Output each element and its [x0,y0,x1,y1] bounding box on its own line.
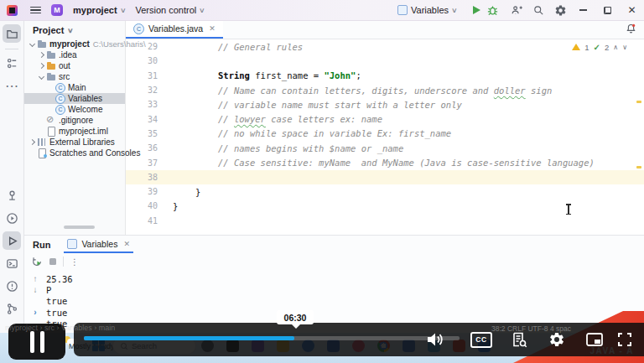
restore-button[interactable] [595,0,620,20]
code-text: // General rules [218,42,303,52]
chevron-open-icon[interactable] [29,40,36,48]
tree-item--gitignore[interactable]: .gitignore [24,115,125,126]
editor-tab-variables[interactable]: C Variables.java ✕ [126,20,223,39]
transcript-icon[interactable] [507,330,531,349]
code-line-30[interactable]: 30 [126,54,644,68]
line-number: 29 [126,42,168,51]
tree-item-label: Main [68,83,86,92]
close-tab-icon[interactable]: ✕ [123,240,130,248]
code-text: } [173,201,178,211]
captions-icon[interactable]: CC [470,330,493,349]
project-hscrollbar[interactable] [64,226,95,229]
terminal-tool-icon[interactable] [3,254,21,272]
chevron-down-icon: ∨ [451,7,458,14]
run-config-label: Variables [411,5,449,15]
search-icon[interactable] [527,0,549,20]
folder-icon [46,72,56,81]
chevron-closed-icon[interactable] [38,62,45,70]
settings-gear-icon[interactable] [545,330,569,349]
project-badge-icon: M [51,4,63,16]
tree-item--idea[interactable]: .idea [24,49,125,60]
tree-item-label: .idea [59,50,77,60]
code-line-37[interactable]: 37// Case sensitive: myName and MyName (… [126,155,644,169]
line-number: 34 [126,115,168,124]
inspection-widget[interactable]: 1 ✓ 2 ∧ ∨ [572,43,627,52]
project-widget-label: myproject [73,5,117,15]
code-line-34[interactable]: 34// lowyer case letters ex: name [126,111,644,126]
run-config-selector[interactable]: Variables ∨ [392,2,462,18]
notifications-bell-icon[interactable] [625,23,637,35]
code-line-40[interactable]: 40} [126,199,644,213]
run-config-icon [397,5,408,15]
chevron-open-icon[interactable] [38,73,45,80]
code-with-me-icon[interactable] [506,0,527,20]
project-widget[interactable]: myproject ∨ [68,2,130,18]
vcs-widget-label: Version control [135,5,196,15]
line-number: 31 [126,71,168,80]
chevron-down-icon: ∨ [67,27,74,34]
vcs-widget[interactable]: Version control ∨ [130,2,210,18]
version-control-tool-icon[interactable] [3,299,21,318]
minimize-button[interactable] [571,0,595,20]
code-line-33[interactable]: 33// variable name must start with a let… [126,97,644,111]
video-progress-track[interactable] [84,336,460,340]
debug-button[interactable] [486,4,499,17]
run-tool-icon[interactable] [3,231,21,250]
tree-item-myproject-iml[interactable]: myproject.iml [24,126,125,137]
run-tab-variables[interactable]: Variables ✕ [64,239,133,253]
tree-item-myproject[interactable]: myprojectC:\Users\haris\ [24,39,125,49]
chevron-closed-icon[interactable] [29,138,36,146]
settings-gear-icon[interactable] [549,0,571,20]
folder-icon [37,39,47,49]
fullscreen-icon[interactable] [613,330,636,349]
main-menu-icon[interactable] [30,7,41,14]
tree-item-main[interactable]: Main [24,82,125,93]
close-tab-icon[interactable]: ✕ [209,24,216,33]
more-tools-icon[interactable]: ⋯ [3,76,21,95]
run-toolbar: ⋮ [24,253,644,270]
project-tool-icon[interactable] [3,24,21,43]
miniplayer-icon[interactable] [583,330,606,349]
console-line: P [46,285,73,296]
tree-item-label: out [59,61,70,70]
console-more-icon[interactable]: ⋮ [70,257,79,267]
tree-item-welcome[interactable]: Welcome [24,104,125,115]
text-cursor-pointer [568,204,569,215]
titlebar: M myproject ∨ Version control ∨ Variable… [0,0,644,21]
problems-tool-icon[interactable] [3,277,21,295]
run-button[interactable] [473,6,480,14]
class-icon [55,105,65,114]
close-button[interactable]: ✕ [620,0,644,20]
code-line-39[interactable]: 39} [126,184,644,199]
code-line-41[interactable]: 41 [126,214,644,228]
tree-item-external-libraries[interactable]: External Libraries [24,137,125,148]
structure-tool-icon[interactable] [3,54,21,72]
tree-item-scratches-and-consoles[interactable]: Scratches and Consoles [24,148,125,158]
intellij-logo-icon [7,5,18,16]
line-number: 38 [126,173,168,182]
prev-problem-icon[interactable]: ∧ [613,44,618,51]
scrollbar-warning-mark [636,166,641,169]
rerun-button[interactable] [31,256,43,267]
tree-item-src[interactable]: src [24,71,125,82]
code-line-38[interactable]: 38 [126,170,644,184]
services-tool-icon[interactable] [3,209,21,227]
volume-icon[interactable] [423,330,447,349]
code-line-36[interactable]: 36// names begins with $name or _name [126,141,644,155]
chevron-closed-icon[interactable] [38,51,45,59]
commit-tool-icon[interactable] [3,186,21,205]
folder-icon [46,50,56,60]
tree-item-variables[interactable]: Variables [24,93,125,104]
tree-item-label: myproject [49,39,90,49]
down-arrow-icon[interactable]: ↓ [34,285,38,294]
tree-item-out[interactable]: out [24,60,125,71]
next-problem-icon[interactable]: ∨ [622,44,627,51]
code-area[interactable]: 29// General rules3031String first_name … [126,39,644,235]
line-number: 33 [126,100,168,109]
code-line-32[interactable]: 32// Name can contain letters, digits, u… [126,83,644,97]
code-line-29[interactable]: 29// General rules [126,39,644,54]
up-arrow-icon[interactable]: ↑ [34,274,38,283]
code-line-35[interactable]: 35// no while space in variable Ex: firs… [126,127,644,141]
stop-button[interactable] [49,258,56,265]
code-line-31[interactable]: 31String first_name = "John"; [126,69,644,83]
